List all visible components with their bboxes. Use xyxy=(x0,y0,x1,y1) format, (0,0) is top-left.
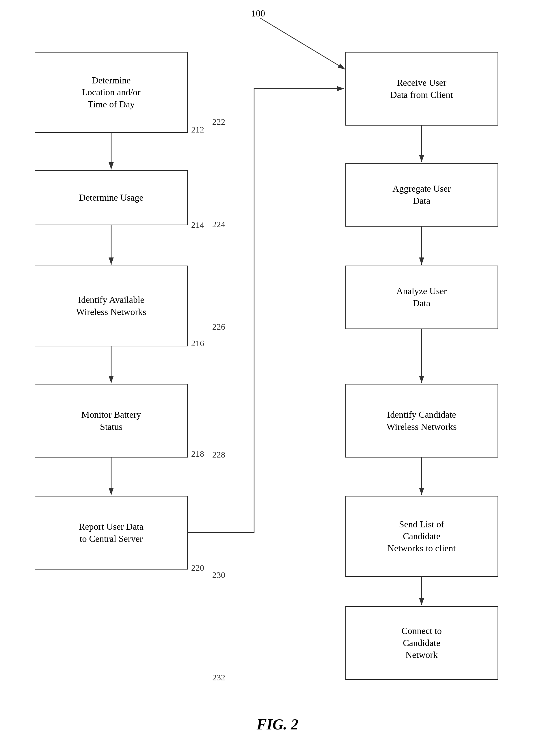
label-224: 224 xyxy=(212,219,225,229)
fig-label: FIG. 2 xyxy=(220,716,335,733)
label-212: 212 xyxy=(191,125,204,135)
box-216: Identify AvailableWireless Networks xyxy=(35,266,188,346)
box-230: Send List ofCandidateNetworks to client xyxy=(345,496,498,577)
box-224-text: Aggregate UserData xyxy=(392,183,451,207)
box-220-text: Report User Datato Central Server xyxy=(79,521,143,545)
label-216: 216 xyxy=(191,338,204,348)
box-232-text: Connect toCandidateNetwork xyxy=(401,625,442,661)
box-232: Connect toCandidateNetwork xyxy=(345,606,498,680)
label-214: 214 xyxy=(191,220,204,230)
label-226: 226 xyxy=(212,322,225,332)
box-216-text: Identify AvailableWireless Networks xyxy=(76,294,146,318)
box-224: Aggregate UserData xyxy=(345,163,498,227)
box-218-text: Monitor BatteryStatus xyxy=(81,409,141,433)
box-214: Determine Usage xyxy=(35,170,188,225)
box-220: Report User Datato Central Server xyxy=(35,496,188,570)
label-228: 228 xyxy=(212,450,225,459)
box-226: Analyze UserData xyxy=(345,266,498,329)
box-212-text: DetermineLocation and/orTime of Day xyxy=(82,75,140,110)
ref-100-label: 100 xyxy=(251,8,265,19)
label-230: 230 xyxy=(212,570,225,580)
label-220: 220 xyxy=(191,563,204,573)
svg-line-1 xyxy=(260,18,345,69)
box-222: Receive UserData from Client xyxy=(345,52,498,126)
label-232: 232 xyxy=(212,673,225,682)
diagram-container: 100 DetermineLocation and/orTime of Day … xyxy=(0,0,555,756)
box-218: Monitor BatteryStatus xyxy=(35,384,188,457)
box-226-text: Analyze UserData xyxy=(396,285,447,309)
box-228-text: Identify CandidateWireless Networks xyxy=(386,409,457,433)
box-212: DetermineLocation and/orTime of Day xyxy=(35,52,188,133)
label-218: 218 xyxy=(191,449,204,459)
box-222-text: Receive UserData from Client xyxy=(390,77,453,101)
box-230-text: Send List ofCandidateNetworks to client xyxy=(387,519,456,554)
box-214-text: Determine Usage xyxy=(79,192,143,204)
label-222: 222 xyxy=(212,117,225,127)
box-228: Identify CandidateWireless Networks xyxy=(345,384,498,457)
